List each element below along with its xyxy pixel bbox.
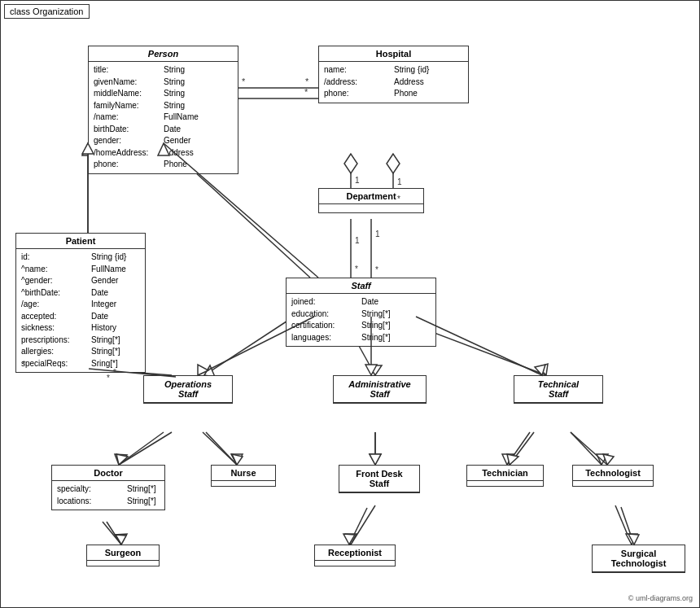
technologist-body xyxy=(573,481,653,486)
svg-marker-71 xyxy=(603,454,614,465)
technical-staff-class: TechnicalStaff xyxy=(514,375,603,404)
administrative-staff-class: AdministrativeStaff xyxy=(333,375,427,404)
receptionist-class: Receptionist xyxy=(314,545,396,566)
technical-staff-header: TechnicalStaff xyxy=(514,376,602,403)
svg-line-64 xyxy=(206,432,237,465)
svg-line-25 xyxy=(203,432,237,465)
person-header: Person xyxy=(89,46,238,62)
svg-marker-20 xyxy=(369,365,382,375)
svg-text:1: 1 xyxy=(397,177,402,186)
technician-class: Technician xyxy=(466,465,544,487)
svg-line-31 xyxy=(571,432,602,465)
svg-line-62 xyxy=(119,432,172,465)
svg-line-33 xyxy=(103,522,121,545)
svg-marker-69 xyxy=(507,454,518,465)
svg-marker-77 xyxy=(628,534,639,545)
svg-marker-42 xyxy=(387,154,400,173)
diagram-label: class Organization xyxy=(4,4,90,19)
svg-line-17 xyxy=(204,317,294,375)
svg-text:*: * xyxy=(355,265,358,273)
svg-text:*: * xyxy=(304,87,308,97)
copyright: © uml-diagrams.org xyxy=(628,594,693,602)
svg-line-74 xyxy=(349,508,367,545)
svg-marker-34 xyxy=(115,534,127,545)
svg-text:*: * xyxy=(375,265,378,274)
technician-body xyxy=(467,481,543,486)
svg-marker-28 xyxy=(370,454,381,465)
svg-marker-22 xyxy=(538,364,548,375)
svg-marker-65 xyxy=(232,454,243,465)
svg-text:1: 1 xyxy=(375,230,380,238)
technologist-class: Technologist xyxy=(572,465,654,487)
svg-line-70 xyxy=(571,432,607,465)
svg-marker-63 xyxy=(116,454,128,465)
svg-marker-75 xyxy=(343,534,355,545)
surgical-technologist-class: SurgicalTechnologist xyxy=(592,545,685,573)
front-desk-staff-header: Front DeskStaff xyxy=(339,466,419,492)
department-header: Department xyxy=(319,189,423,204)
front-desk-staff-class: Front DeskStaff xyxy=(339,465,420,493)
hospital-body: name:String {id} /address:Address phone:… xyxy=(319,62,468,103)
svg-line-72 xyxy=(107,522,121,545)
surgical-technologist-header: SurgicalTechnologist xyxy=(593,545,685,572)
technician-header: Technician xyxy=(467,466,543,481)
person-class: Person title:String givenName:String mid… xyxy=(88,46,238,174)
nurse-body xyxy=(212,481,275,486)
operations-staff-class: OperationsStaff xyxy=(143,375,233,404)
svg-text:*: * xyxy=(305,77,309,86)
svg-text:*: * xyxy=(107,374,110,383)
receptionist-header: Receptionist xyxy=(315,545,395,561)
svg-marker-59 xyxy=(365,365,377,375)
hospital-header: Hospital xyxy=(319,46,468,62)
svg-marker-32 xyxy=(597,454,608,465)
staff-class: Staff joined:Date education:String[*] ce… xyxy=(286,278,436,347)
nurse-class: Nurse xyxy=(211,465,276,487)
doctor-header: Doctor xyxy=(52,466,164,481)
surgeon-header: Surgeon xyxy=(87,545,159,561)
svg-marker-36 xyxy=(345,534,357,545)
svg-line-29 xyxy=(507,432,530,465)
technologist-header: Technologist xyxy=(573,466,653,481)
patient-body: id:String {id} ^name:FullName ^gender:Ge… xyxy=(16,249,145,372)
staff-body: joined:Date education:String[*] certific… xyxy=(287,294,435,346)
staff-header: Staff xyxy=(287,278,435,294)
svg-marker-67 xyxy=(370,454,381,465)
svg-marker-61 xyxy=(535,365,545,375)
svg-marker-57 xyxy=(198,365,208,375)
svg-line-37 xyxy=(615,505,632,545)
svg-line-35 xyxy=(351,505,375,545)
svg-marker-30 xyxy=(502,454,514,465)
diagram: class Organization * * 1 * 1 * * xyxy=(0,0,700,608)
svg-text:1: 1 xyxy=(355,176,360,185)
svg-marker-26 xyxy=(231,454,243,465)
doctor-body: specialty:String[*] locations:String[*] xyxy=(52,481,164,510)
svg-line-68 xyxy=(510,432,534,465)
svg-line-76 xyxy=(621,507,634,545)
person-body: title:String givenName:String middleName… xyxy=(89,62,238,173)
nurse-header: Nurse xyxy=(212,466,275,481)
svg-marker-38 xyxy=(626,534,637,545)
department-body xyxy=(319,204,423,212)
surgeon-body xyxy=(87,561,159,566)
svg-line-23 xyxy=(119,432,164,465)
svg-marker-73 xyxy=(116,535,126,545)
operations-staff-header: OperationsStaff xyxy=(144,376,232,403)
doctor-class: Doctor specialty:String[*] locations:Str… xyxy=(51,465,165,510)
department-class: Department xyxy=(318,188,424,213)
receptionist-body xyxy=(315,561,395,566)
patient-header: Patient xyxy=(16,234,145,249)
patient-class: Patient id:String {id} ^name:FullName ^g… xyxy=(15,233,146,373)
administrative-staff-header: AdministrativeStaff xyxy=(334,376,426,403)
svg-text:1: 1 xyxy=(355,236,360,245)
hospital-class: Hospital name:String {id} /address:Addre… xyxy=(318,46,469,103)
surgeon-class: Surgeon xyxy=(86,545,160,566)
svg-marker-24 xyxy=(115,454,127,465)
svg-marker-4 xyxy=(344,154,357,173)
svg-text:*: * xyxy=(242,77,246,86)
